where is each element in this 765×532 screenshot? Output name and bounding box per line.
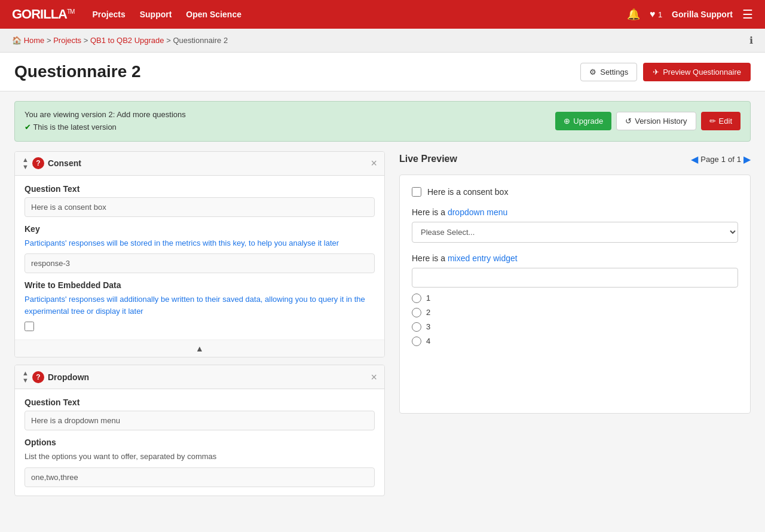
consent-type-label: Consent: [48, 158, 81, 168]
down-arrow-icon[interactable]: ▼: [22, 164, 29, 170]
radio-label-1: 1: [426, 293, 430, 302]
consent-key-input[interactable]: [25, 253, 375, 273]
consent-sort-arrows[interactable]: ▲ ▼: [22, 157, 29, 170]
radio-group: 1 2 3 4: [412, 293, 738, 346]
consent-question-text-input[interactable]: [25, 197, 375, 217]
left-panel: ▲ ▼ ? Consent × Question Text Key Partic…: [14, 151, 385, 496]
page-total: 1: [737, 155, 741, 164]
consent-card-body: Question Text Key Participants' response…: [15, 176, 384, 340]
main-layout: ▲ ▼ ? Consent × Question Text Key Partic…: [0, 151, 765, 510]
dropdown-preview-select[interactable]: Please Select...: [412, 222, 738, 243]
breadcrumb: 🏠 Home > Projects > QB1 to QB2 Upgrade >…: [0, 29, 765, 53]
nav-open-science[interactable]: Open Science: [186, 10, 241, 19]
consent-preview-row: Here is a consent box: [412, 187, 738, 197]
navbar: GORILLATM Projects Support Open Science …: [0, 0, 765, 29]
consent-card-header: ▲ ▼ ? Consent ×: [15, 152, 384, 176]
edit-button[interactable]: ✏ Edit: [701, 112, 740, 130]
radio-item-4: 4: [412, 337, 738, 346]
radio-input-3[interactable]: [412, 322, 421, 332]
page-header: Questionnaire 2 ⚙ Settings ✈ Preview Que…: [0, 53, 765, 91]
breadcrumb-home[interactable]: Home: [24, 36, 45, 45]
page-title: Questionnaire 2: [14, 62, 141, 81]
page-nav: ◀ Page 1 of 1 ▶: [691, 154, 751, 165]
up-arrow-icon-2[interactable]: ▲: [22, 370, 29, 377]
radio-label-2: 2: [426, 308, 430, 317]
dropdown-preview-label: Here is a dropdown menu: [412, 207, 738, 217]
brand-logo[interactable]: GORILLATM: [12, 7, 74, 22]
radio-label-4: 4: [426, 337, 430, 346]
radio-label-3: 3: [426, 322, 430, 331]
radio-item-3: 3: [412, 322, 738, 332]
consent-card: ▲ ▼ ? Consent × Question Text Key Partic…: [14, 151, 385, 358]
page-prev-arrow[interactable]: ◀: [691, 154, 698, 165]
mixed-entry-input[interactable]: [412, 268, 738, 288]
mixed-entry-label: Here is a mixed entry widget: [412, 253, 738, 263]
consent-question-text-label: Question Text: [25, 184, 375, 194]
page-label: Page: [700, 155, 718, 164]
radio-item-1: 1: [412, 293, 738, 303]
dropdown-type-label: Dropdown: [48, 372, 89, 382]
dropdown-card: ▲ ▼ ? Dropdown × Question Text Options L…: [14, 365, 385, 496]
dropdown-card-body: Question Text Options List the options y…: [15, 389, 384, 496]
version-banner: You are viewing version 2: Add more ques…: [14, 101, 751, 142]
nav-projects[interactable]: Projects: [92, 10, 125, 19]
navbar-right: 🔔 ♥ 1 Gorilla Support ☰: [627, 7, 753, 22]
info-icon[interactable]: ℹ: [749, 35, 753, 46]
breadcrumb-current: Questionnaire 2: [173, 36, 228, 45]
version-line1: You are viewing version 2: Add more ques…: [25, 109, 186, 121]
dropdown-options-input[interactable]: [25, 467, 375, 487]
heart-icon[interactable]: ♥ 1: [650, 9, 662, 20]
notification-icon[interactable]: 🔔: [627, 8, 640, 21]
upgrade-button[interactable]: ⊕ Upgrade: [555, 112, 611, 130]
radio-item-2: 2: [412, 308, 738, 317]
version-text: You are viewing version 2: Add more ques…: [25, 109, 186, 134]
dropdown-options-desc: List the options you want to offer, sepa…: [25, 451, 375, 463]
consent-type-icon: ?: [32, 157, 44, 169]
home-icon: 🏠: [12, 36, 22, 45]
user-name: Gorilla Support: [672, 10, 733, 19]
consent-preview-checkbox[interactable]: [412, 187, 421, 197]
page-next-arrow[interactable]: ▶: [743, 154, 751, 165]
consent-preview-label: Here is a consent box: [427, 187, 508, 197]
edit-icon: ✏: [709, 117, 716, 126]
dropdown-question-text-label: Question Text: [25, 398, 375, 407]
live-preview-header: Live Preview ◀ Page 1 of 1 ▶: [399, 151, 751, 165]
consent-embedded-label: Write to Embedded Data: [25, 280, 375, 290]
nav-links: Projects Support Open Science: [92, 10, 626, 19]
settings-icon: ⚙: [589, 68, 596, 77]
header-actions: ⚙ Settings ✈ Preview Questionnaire: [580, 63, 751, 81]
settings-button[interactable]: ⚙ Settings: [580, 63, 637, 81]
version-line2: ✔ This is the latest version: [25, 121, 186, 134]
dropdown-close-button[interactable]: ×: [371, 372, 377, 383]
page-of-label: of: [728, 155, 735, 164]
nav-support[interactable]: Support: [140, 10, 172, 19]
consent-key-label: Key: [25, 224, 375, 234]
dropdown-options-label: Options: [25, 438, 375, 447]
history-icon: ↺: [625, 117, 632, 126]
dropdown-card-header: ▲ ▼ ? Dropdown ×: [15, 365, 384, 389]
consent-collapse-arrow[interactable]: ▲: [15, 340, 384, 357]
radio-input-4[interactable]: [412, 337, 421, 346]
consent-embedded-desc: Participants' responses will additionall…: [25, 293, 375, 317]
up-arrow-icon[interactable]: ▲: [22, 157, 29, 163]
consent-key-desc: Participants' responses will be stored i…: [25, 237, 375, 249]
right-panel: Live Preview ◀ Page 1 of 1 ▶ Here is a c…: [385, 151, 751, 496]
radio-input-1[interactable]: [412, 293, 421, 303]
live-preview-title: Live Preview: [399, 154, 457, 164]
version-history-button[interactable]: ↺ Version History: [616, 112, 696, 130]
breadcrumb-projects[interactable]: Projects: [53, 36, 81, 45]
preview-icon: ✈: [653, 68, 659, 77]
dropdown-question-text-input[interactable]: [25, 411, 375, 430]
radio-input-2[interactable]: [412, 308, 421, 317]
dropdown-type-icon: ?: [32, 371, 44, 383]
dropdown-sort-arrows[interactable]: ▲ ▼: [22, 370, 29, 384]
consent-embedded-checkbox[interactable]: [25, 322, 34, 331]
upgrade-icon: ⊕: [564, 117, 570, 126]
preview-button[interactable]: ✈ Preview Questionnaire: [643, 63, 751, 81]
consent-close-button[interactable]: ×: [371, 158, 377, 169]
down-arrow-icon-2[interactable]: ▼: [22, 377, 29, 384]
version-actions: ⊕ Upgrade ↺ Version History ✏ Edit: [555, 112, 740, 130]
page-current: 1: [721, 155, 726, 164]
breadcrumb-project[interactable]: QB1 to QB2 Upgrade: [90, 36, 164, 45]
hamburger-icon[interactable]: ☰: [742, 7, 753, 22]
